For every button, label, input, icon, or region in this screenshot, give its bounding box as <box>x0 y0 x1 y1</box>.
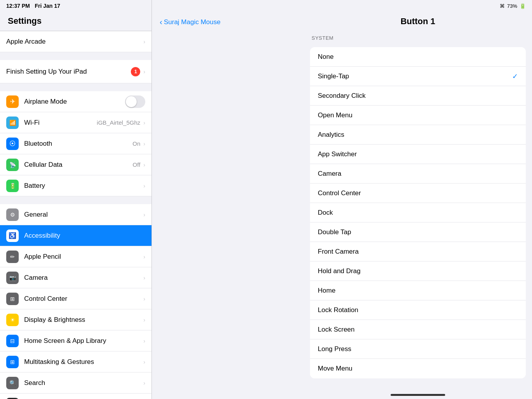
option-label-dock: Dock <box>318 209 518 217</box>
option-row-lock-rotation[interactable]: Lock Rotation <box>310 300 526 320</box>
sidebar-item-apple-pencil[interactable]: ✏ Apple Pencil › <box>0 246 151 267</box>
multitasking-label: Multitasking & Gestures <box>24 358 143 366</box>
option-label-lock-screen: Lock Screen <box>318 326 518 334</box>
sidebar-item-airplane[interactable]: ✈ Airplane Mode <box>0 91 151 112</box>
button1-options-container: SYSTEM NoneSingle-Tap✓Secondary ClickOpe… <box>304 31 532 378</box>
option-row-secondary-click[interactable]: Secondary Click <box>310 86 526 106</box>
option-label-single-tap: Single-Tap <box>318 72 512 80</box>
option-row-move-menu[interactable]: Move Menu <box>310 359 526 378</box>
status-time: 12:37 PM Fri Jan 17 <box>6 2 60 9</box>
chevron-right-icon: › <box>143 338 145 344</box>
battery-label: Battery <box>24 182 143 190</box>
option-row-dock[interactable]: Dock <box>310 203 526 222</box>
battery-percent: 73% <box>507 3 517 9</box>
option-row-long-press[interactable]: Long Press <box>310 339 526 359</box>
chevron-right-icon: › <box>143 275 145 281</box>
option-row-analytics[interactable]: Analytics <box>310 125 526 145</box>
option-row-double-tap[interactable]: Double Tap <box>310 222 526 242</box>
battery-icon: 🔋 <box>520 3 526 9</box>
option-row-front-camera[interactable]: Front Camera <box>310 242 526 261</box>
option-row-hold-and-drag[interactable]: Hold and Drag <box>310 261 526 281</box>
button1-list: NoneSingle-Tap✓Secondary ClickOpen MenuA… <box>310 47 526 378</box>
option-label-home: Home <box>318 287 518 295</box>
chevron-right-icon: › <box>143 359 145 365</box>
option-label-app-switcher: App Switcher <box>318 150 518 158</box>
sidebar-item-wifi[interactable]: 📶 Wi-Fi iGB_Airtel_5Ghz › <box>0 112 151 133</box>
finish-setup-row[interactable]: Finish Setting Up Your iPad 1 › <box>0 60 151 83</box>
general-icon: ⚙ <box>6 208 19 221</box>
sidebar-item-homescreen[interactable]: ⊟ Home Screen & App Library › <box>0 330 151 351</box>
homescreen-icon: ⊟ <box>6 335 19 347</box>
sidebar-item-accessibility[interactable]: ♿ Accessibility <box>0 225 151 246</box>
chevron-right-icon: › <box>143 69 145 75</box>
back-label: Suraj Magic Mouse <box>164 18 221 26</box>
chevron-right-icon: › <box>143 162 145 168</box>
control-center-label: Control Center <box>24 295 143 303</box>
chevron-right-icon: › <box>143 296 145 302</box>
option-label-long-press: Long Press <box>318 345 518 353</box>
sidebar-item-control-center[interactable]: ⊞ Control Center › <box>0 288 151 309</box>
option-label-analytics: Analytics <box>318 131 518 139</box>
chevron-right-icon: › <box>143 212 145 218</box>
settings-title: Settings <box>8 16 42 26</box>
back-chevron-icon: ‹ <box>160 18 162 26</box>
general-label: General <box>24 211 143 219</box>
option-label-secondary-click: Secondary Click <box>318 92 518 100</box>
settings-network-group: ✈ Airplane Mode 📶 Wi-Fi iGB_Airtel_5Ghz … <box>0 91 151 196</box>
option-row-control-center-opt[interactable]: Control Center <box>310 184 526 203</box>
chevron-right-icon: › <box>143 380 145 386</box>
multitasking-icon: ⊞ <box>6 356 19 368</box>
wifi-value: iGB_Airtel_5Ghz <box>97 119 141 126</box>
option-row-lock-screen[interactable]: Lock Screen <box>310 320 526 339</box>
sidebar-item-cellular[interactable]: 📡 Cellular Data Off › <box>0 154 151 175</box>
cellular-value: Off <box>133 161 141 168</box>
wifi-icon: ⌘ <box>500 3 505 9</box>
chevron-right-icon: › <box>143 120 145 126</box>
chevron-right-icon: › <box>143 183 145 189</box>
wifi-label: Wi-Fi <box>24 119 97 127</box>
settings-panel: Settings Apple Arcade › Finish Setting U… <box>0 0 152 399</box>
scroll-indicator <box>391 394 445 396</box>
right-panel: Button 1 SYSTEM NoneSingle-Tap✓Secondary… <box>304 0 532 399</box>
sidebar-item-battery[interactable]: 🔋 Battery › <box>0 175 151 196</box>
option-row-single-tap[interactable]: Single-Tap✓ <box>310 67 526 86</box>
checkmark-icon: ✓ <box>512 72 518 81</box>
sidebar-item-search[interactable]: 🔍 Search › <box>0 373 151 394</box>
option-label-double-tap: Double Tap <box>318 228 518 236</box>
sidebar-item-bluetooth[interactable]: ⦿ Bluetooth On › <box>0 133 151 154</box>
sidebar-item-siri[interactable]: ◉ Siri › <box>0 394 151 399</box>
finish-setup-label: Finish Setting Up Your iPad <box>6 68 131 76</box>
camera-settings-icon: 📷 <box>6 272 19 284</box>
option-row-home[interactable]: Home <box>310 281 526 300</box>
airplane-label: Airplane Mode <box>24 98 125 106</box>
camera-label: Camera <box>24 274 143 282</box>
accessibility-label: Accessibility <box>24 232 145 240</box>
sidebar-item-multitasking[interactable]: ⊞ Multitasking & Gestures › <box>0 351 151 373</box>
option-row-open-menu[interactable]: Open Menu <box>310 106 526 125</box>
option-label-control-center-opt: Control Center <box>318 189 518 197</box>
display-label: Display & Brightness <box>24 316 143 324</box>
cellular-icon: 📡 <box>6 159 19 171</box>
back-button[interactable]: ‹ Suraj Magic Mouse <box>160 18 220 26</box>
sidebar-item-general[interactable]: ⚙ General › <box>0 204 151 225</box>
sidebar-item-display[interactable]: ☀ Display & Brightness › <box>0 309 151 330</box>
airplane-toggle[interactable] <box>125 95 145 108</box>
option-row-camera-opt[interactable]: Camera <box>310 164 526 184</box>
option-row-app-switcher[interactable]: App Switcher <box>310 145 526 164</box>
search-settings-icon: 🔍 <box>6 377 19 389</box>
sidebar-item-apple-arcade[interactable]: Apple Arcade › <box>0 31 151 52</box>
chevron-right-icon: › <box>143 141 145 147</box>
sidebar-item-camera[interactable]: 📷 Camera › <box>0 267 151 288</box>
settings-system-group: ⚙ General › ♿ Accessibility ✏ Apple Penc… <box>0 204 151 399</box>
cellular-label: Cellular Data <box>24 161 133 169</box>
chevron-right-icon: › <box>143 254 145 260</box>
bluetooth-value: On <box>132 140 140 147</box>
search-label: Search <box>24 379 143 387</box>
homescreen-label: Home Screen & App Library <box>24 337 143 345</box>
status-icons: ⌘ 73% 🔋 <box>500 3 526 9</box>
option-row-none[interactable]: None <box>310 47 526 67</box>
option-label-camera-opt: Camera <box>318 170 518 178</box>
accessibility-icon: ♿ <box>6 230 19 242</box>
option-label-hold-and-drag: Hold and Drag <box>318 267 518 275</box>
apple-pencil-label: Apple Pencil <box>24 253 143 261</box>
